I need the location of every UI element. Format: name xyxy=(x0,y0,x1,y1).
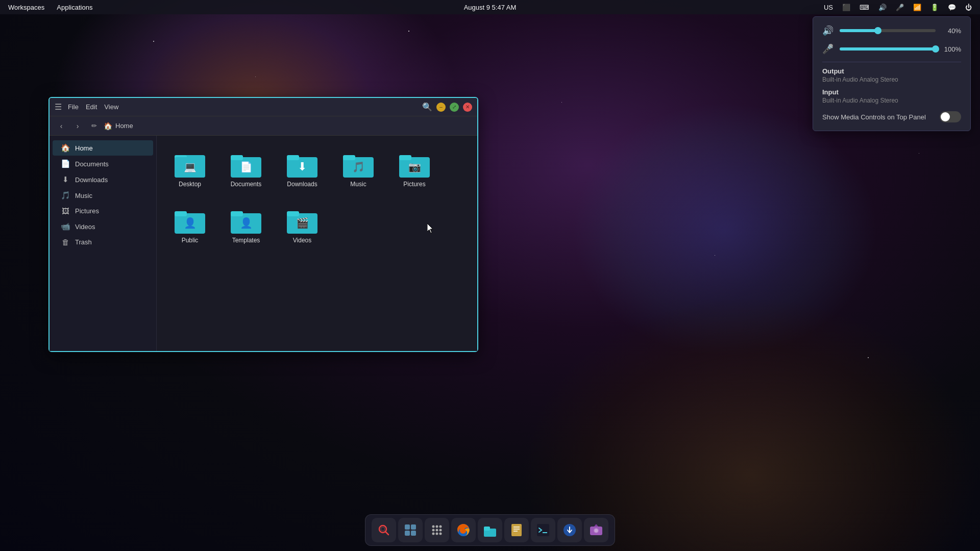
sidebar-label-music: Music xyxy=(75,192,92,199)
svg-rect-5 xyxy=(231,155,243,160)
chat-icon[interactable]: 💬 xyxy=(946,3,958,12)
sidebar-item-home[interactable]: 🏠 Home xyxy=(53,140,153,156)
speaker-icon: 🔊 xyxy=(822,25,834,36)
output-title: Output xyxy=(822,67,961,75)
search-icon[interactable]: 🔍 xyxy=(422,102,432,112)
maximize-button[interactable]: ⤢ xyxy=(450,103,459,112)
breadcrumb: 🏠 Home xyxy=(104,122,133,130)
svg-point-34 xyxy=(439,525,442,528)
home-breadcrumb-icon: 🏠 xyxy=(104,122,112,130)
taskbar-workspaces[interactable] xyxy=(398,518,423,542)
mic-percent: 100% xyxy=(942,45,961,53)
close-button[interactable]: ✕ xyxy=(463,103,472,112)
sidebar-item-music[interactable]: 🎵 Music xyxy=(53,188,153,203)
folder-desktop[interactable]: 💻 Desktop xyxy=(167,146,213,192)
svg-rect-28 xyxy=(405,524,410,530)
file-manager-window: ☰ File Edit View 🔍 – ⤢ ✕ ‹ › ✏ 🏠 Home 🏠 … xyxy=(48,97,478,352)
taskbar xyxy=(365,514,615,546)
taskbar-apps[interactable] xyxy=(425,518,449,542)
media-controls-toggle[interactable] xyxy=(940,111,961,122)
file-area: 💻 Desktop 📄 Documents xyxy=(157,136,477,351)
taskbar-search[interactable] xyxy=(372,518,396,542)
folder-desktop-label: Desktop xyxy=(179,181,201,188)
pictures-icon: 🖼 xyxy=(61,207,70,215)
folder-public-label: Public xyxy=(182,237,199,244)
sidebar: 🏠 Home 📄 Documents ⬇ Downloads 🎵 Music 🖼… xyxy=(50,136,157,351)
svg-rect-44 xyxy=(511,524,522,536)
svg-text:📷: 📷 xyxy=(408,161,421,173)
volume-percent: 40% xyxy=(942,27,961,35)
sidebar-item-downloads[interactable]: ⬇ Downloads xyxy=(53,172,153,187)
input-title: Input xyxy=(822,88,961,96)
locale-indicator[interactable]: US xyxy=(822,3,835,12)
trash-icon: 🗑 xyxy=(61,238,70,246)
folder-music-label: Music xyxy=(350,181,366,188)
home-icon: 🏠 xyxy=(61,143,70,153)
output-subtitle: Built-in Audio Analog Stereo xyxy=(822,76,961,83)
taskbar-firefox[interactable] xyxy=(451,518,476,542)
mic-slider[interactable] xyxy=(840,47,936,51)
svg-rect-14 xyxy=(399,155,411,160)
svg-point-38 xyxy=(432,533,435,535)
volume-icon[interactable]: 🔊 xyxy=(876,3,889,12)
volume-slider[interactable] xyxy=(840,29,936,32)
volume-popup: 🔊 40% 🎤 100% Output Built-in Audio Analo… xyxy=(813,16,971,131)
folder-pictures-label: Pictures xyxy=(403,181,425,188)
input-section: Input Built-in Audio Analog Stereo xyxy=(822,88,961,104)
folder-music[interactable]: 🎵 Music xyxy=(335,146,381,192)
back-button[interactable]: ‹ xyxy=(55,119,68,133)
network-icon[interactable]: 📶 xyxy=(911,3,923,12)
taskbar-terminal[interactable] xyxy=(531,518,555,542)
svg-point-27 xyxy=(381,527,385,531)
svg-text:⬇: ⬇ xyxy=(298,160,307,173)
folder-templates[interactable]: 👤 Templates xyxy=(223,202,269,248)
sidebar-label-videos: Videos xyxy=(75,223,95,231)
sidebar-item-videos[interactable]: 📹 Videos xyxy=(53,219,153,234)
svg-rect-20 xyxy=(231,211,243,216)
sidebar-item-documents[interactable]: 📄 Documents xyxy=(53,156,153,171)
folder-public[interactable]: 👤 Public xyxy=(167,202,213,248)
edit-path-button[interactable]: ✏ xyxy=(87,119,101,133)
taskbar-camera[interactable] xyxy=(584,518,608,542)
folder-videos-label: Videos xyxy=(293,237,311,244)
minimize-button[interactable]: – xyxy=(436,103,446,112)
power-icon[interactable]: ⏻ xyxy=(963,3,974,12)
svg-rect-48 xyxy=(537,524,549,536)
documents-icon: 📄 xyxy=(61,159,70,168)
svg-point-35 xyxy=(432,529,435,532)
display-icon[interactable]: ⬛ xyxy=(840,3,852,12)
folder-downloads[interactable]: ⬇ Downloads xyxy=(279,146,325,192)
sidebar-item-pictures[interactable]: 🖼 Pictures xyxy=(53,204,153,218)
keyboard-icon[interactable]: ⌨ xyxy=(857,3,871,12)
forward-button[interactable]: › xyxy=(71,119,84,133)
menu-file[interactable]: File xyxy=(68,103,79,111)
taskbar-notes[interactable] xyxy=(504,518,529,542)
svg-text:👤: 👤 xyxy=(240,217,253,229)
menu-edit[interactable]: Edit xyxy=(86,103,97,111)
taskbar-files[interactable] xyxy=(478,518,502,542)
folder-documents[interactable]: 📄 Documents xyxy=(223,146,269,192)
battery-icon[interactable]: 🔋 xyxy=(928,3,941,12)
taskbar-downloader[interactable] xyxy=(557,518,582,542)
svg-rect-30 xyxy=(405,531,410,536)
svg-point-54 xyxy=(595,529,598,533)
folder-videos[interactable]: 🎬 Videos xyxy=(279,202,325,248)
top-panel: Workspaces Applications August 9 5:47 AM… xyxy=(0,0,980,14)
svg-marker-52 xyxy=(594,524,598,527)
svg-rect-17 xyxy=(175,211,187,216)
breadcrumb-home: Home xyxy=(115,122,133,130)
mic-icon[interactable]: 🎤 xyxy=(894,3,906,12)
hamburger-icon[interactable]: ☰ xyxy=(55,102,62,112)
svg-point-37 xyxy=(439,529,442,532)
svg-rect-8 xyxy=(287,155,299,160)
sidebar-item-trash[interactable]: 🗑 Trash xyxy=(53,235,153,249)
downloads-icon: ⬇ xyxy=(61,175,70,184)
media-controls-label: Show Media Controls on Top Panel xyxy=(822,113,926,121)
svg-point-36 xyxy=(436,529,438,532)
menu-view[interactable]: View xyxy=(104,103,118,111)
folder-pictures[interactable]: 📷 Pictures xyxy=(391,146,437,192)
workspaces-menu[interactable]: Workspaces xyxy=(6,3,46,12)
microphone-icon: 🎤 xyxy=(822,43,834,55)
applications-menu[interactable]: Applications xyxy=(55,3,94,12)
svg-point-39 xyxy=(436,533,438,535)
